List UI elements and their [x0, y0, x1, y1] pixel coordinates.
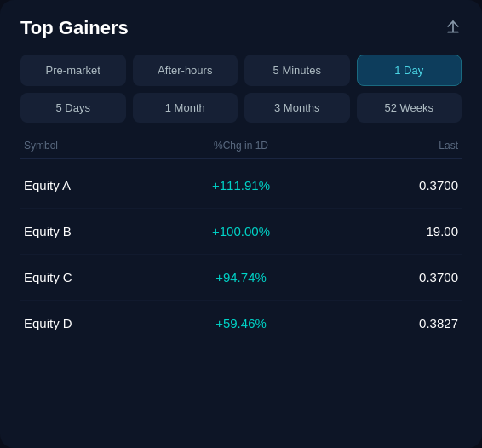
filter-3months[interactable]: 3 Months [244, 93, 350, 123]
filter-52weeks[interactable]: 52 Weeks [357, 93, 462, 123]
table-row: Equity B +100.00% 19.00 [20, 209, 462, 255]
equity-name-d: Equity D [24, 316, 169, 330]
filter-5min[interactable]: 5 Minutes [244, 55, 350, 86]
equity-name-c: Equity C [24, 270, 169, 284]
table-row: Equity A +111.91% 0.3700 [20, 163, 462, 209]
top-gainers-widget: Top Gainers Pre-market After-hours 5 Min… [0, 0, 482, 448]
col-pct: %Chg in 1D [169, 140, 313, 152]
equity-name-b: Equity B [24, 224, 169, 238]
filter-premarket[interactable]: Pre-market [20, 55, 126, 86]
table-row: Equity C +94.74% 0.3700 [20, 255, 462, 301]
equity-last-c: 0.3700 [313, 270, 458, 284]
filter-5days[interactable]: 5 Days [20, 93, 126, 123]
equity-last-b: 19.00 [313, 224, 458, 238]
widget-title: Top Gainers [20, 17, 129, 39]
equity-last-a: 0.3700 [313, 178, 458, 192]
export-icon[interactable] [445, 18, 462, 38]
equity-name-a: Equity A [24, 178, 169, 192]
table-row: Equity D +59.46% 0.3827 [20, 301, 462, 346]
col-last: Last [313, 140, 458, 152]
col-symbol: Symbol [24, 140, 169, 152]
equity-pct-a: +111.91% [169, 178, 313, 192]
equity-pct-b: +100.00% [169, 224, 313, 238]
widget-header: Top Gainers [20, 17, 462, 39]
filter-1month[interactable]: 1 Month [133, 93, 238, 123]
filter-group: Pre-market After-hours 5 Minutes 1 Day 5… [20, 55, 462, 123]
table-header: Symbol %Chg in 1D Last [20, 140, 462, 159]
equity-pct-c: +94.74% [169, 270, 313, 284]
filter-1day[interactable]: 1 Day [357, 55, 462, 86]
equity-last-d: 0.3827 [313, 316, 458, 330]
filter-afterhours[interactable]: After-hours [133, 55, 238, 86]
equity-pct-d: +59.46% [169, 316, 313, 330]
equity-table: Equity A +111.91% 0.3700 Equity B +100.0… [20, 163, 462, 346]
